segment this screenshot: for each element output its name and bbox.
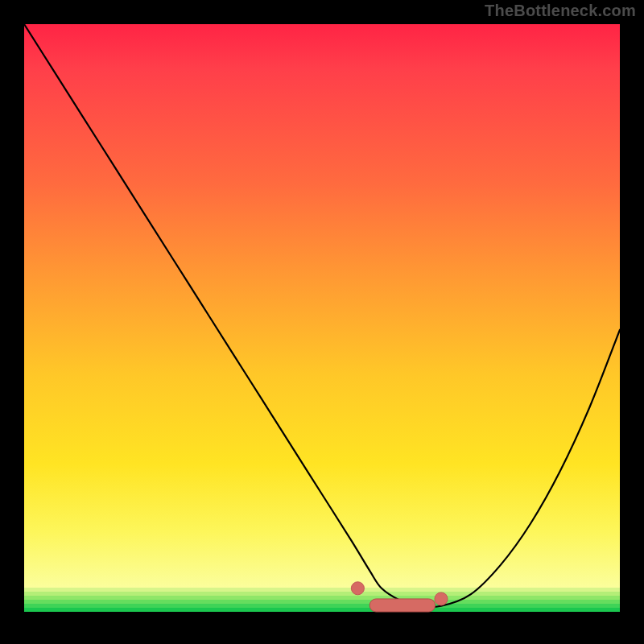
watermark-text: TheBottleneck.com xyxy=(485,2,636,20)
markers xyxy=(351,582,448,612)
bottleneck-curve xyxy=(24,24,620,607)
highlight-dot xyxy=(435,592,448,605)
highlight-marker xyxy=(369,599,435,612)
curve-svg xyxy=(24,24,620,620)
plot-area xyxy=(24,24,620,620)
highlight-dot xyxy=(351,582,364,595)
chart-frame: TheBottleneck.com xyxy=(0,0,644,644)
